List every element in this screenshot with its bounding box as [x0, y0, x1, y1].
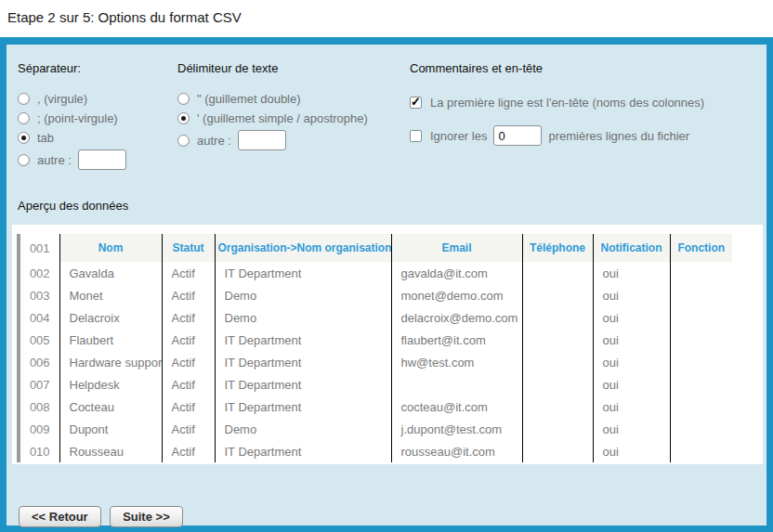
text_delimiter-option-1[interactable]: ' (guillemet simple / apostrophe)	[177, 110, 410, 125]
table-cell: rousseau@it.com	[391, 440, 522, 462]
table-cell	[670, 329, 734, 351]
first-line-header-option[interactable]: La première ligne est l'en-tête (noms de…	[410, 91, 757, 113]
radio-label: ' (guillemet simple / apostrophe)	[197, 111, 368, 125]
csv-options-panel: Séparateur: , (virgule); (point-virgule)…	[0, 37, 773, 532]
table-cell: oui	[593, 306, 670, 329]
table-cell: IT Department	[215, 396, 391, 418]
table-cell: gavalda@it.com	[391, 262, 522, 284]
text_delimiter-other-input[interactable]	[238, 130, 286, 150]
table-cell: Flaubert	[59, 329, 162, 351]
ignore-lines-option[interactable]: Ignorer les premières lignes du fichier	[410, 124, 757, 147]
data-preview-area: 001 NomStatutOrganisation->Nom organisat…	[12, 225, 763, 464]
table-cell: IT Department	[215, 262, 391, 284]
table-cell: Cocteau	[59, 396, 162, 418]
table-row: 010RousseauActifIT Departmentrousseau@it…	[19, 440, 734, 462]
column-header-3: Email	[391, 234, 522, 262]
table-cell: Rousseau	[59, 440, 162, 462]
data-preview-heading: Aperçu des données	[18, 199, 766, 213]
ignore-lines-checkbox[interactable]	[410, 130, 422, 142]
table-cell: Actif	[162, 306, 215, 329]
table-cell: Dupont	[59, 418, 162, 440]
table-cell: Actif	[162, 418, 215, 440]
table-cell: delacroix@demo.com	[391, 306, 522, 329]
table-cell	[670, 396, 734, 418]
table-row: 003MonetActifDemomonet@demo.comoui	[19, 284, 734, 306]
radio-icon[interactable]	[18, 112, 30, 124]
table-cell	[522, 351, 593, 373]
radio-label: autre :	[197, 134, 231, 148]
comments-header-heading: Commentaires et en-tête	[410, 61, 757, 75]
separator-radio-group: , (virgule); (point-virgule)tabautre :	[18, 91, 177, 170]
table-cell: monet@demo.com	[391, 284, 522, 306]
table-cell	[670, 373, 734, 396]
separator-option-1[interactable]: ; (point-virgule)	[18, 110, 177, 125]
text_delimiter-option-2[interactable]: autre :	[177, 130, 410, 150]
table-row: 006Hardware supportActifIT Departmenthw@…	[19, 351, 734, 373]
format-options: Séparateur: , (virgule); (point-virgule)…	[7, 45, 766, 175]
table-cell: oui	[593, 373, 670, 396]
table-cell: oui	[593, 440, 670, 462]
table-cell: oui	[593, 284, 670, 306]
column-header-5: Notification	[593, 234, 670, 262]
table-cell	[522, 373, 593, 396]
column-header-0: Nom	[59, 234, 162, 262]
table-row: 009DupontActifDemoj.dupont@test.comoui	[19, 418, 734, 440]
separator-option-0[interactable]: , (virgule)	[18, 91, 177, 106]
row-number: 010	[19, 440, 59, 462]
header-row-number: 001	[19, 234, 59, 262]
table-cell: Actif	[162, 284, 215, 306]
radio-icon[interactable]	[177, 112, 190, 124]
radio-icon[interactable]	[177, 135, 190, 147]
text_delimiter-option-0[interactable]: " (guillemet double)	[177, 91, 410, 106]
separator-option-2[interactable]: tab	[18, 130, 177, 145]
text-delimiter-radio-group: " (guillemet double)' (guillemet simple …	[177, 91, 410, 150]
table-cell: flaubert@it.com	[391, 329, 522, 351]
ignore-lines-label-before: Ignorer les	[430, 129, 487, 143]
table-cell	[522, 329, 593, 351]
table-cell	[670, 262, 734, 284]
next-button[interactable]: Suite >>	[110, 506, 183, 527]
separator-heading: Séparateur:	[18, 61, 177, 75]
back-button[interactable]: << Retour	[19, 506, 101, 527]
radio-icon[interactable]	[18, 132, 30, 144]
table-cell	[522, 306, 593, 329]
table-row: 004DelacroixActifDemodelacroix@demo.como…	[19, 306, 734, 329]
column-header-4: Téléphone	[522, 234, 593, 262]
table-cell: oui	[593, 351, 670, 373]
row-number: 006	[19, 351, 59, 373]
page-title: Etape 2 sur 5: Options du format CSV	[0, 0, 773, 37]
table-cell	[670, 351, 734, 373]
radio-label: , (virgule)	[37, 92, 87, 106]
separator-option-3[interactable]: autre :	[18, 149, 177, 170]
text-delimiter-heading: Délimiteur de texte	[177, 61, 410, 75]
table-cell: IT Department	[215, 440, 391, 462]
table-cell: Demo	[215, 306, 391, 329]
table-cell: Demo	[215, 418, 391, 440]
separator-section: Séparateur: , (virgule); (point-virgule)…	[18, 61, 177, 175]
table-cell	[670, 418, 734, 440]
radio-icon[interactable]	[18, 154, 30, 166]
radio-icon[interactable]	[18, 93, 30, 105]
radio-icon[interactable]	[177, 93, 190, 105]
table-cell: oui	[593, 262, 670, 284]
table-cell: oui	[593, 329, 670, 351]
ignore-lines-count-input[interactable]	[493, 125, 542, 146]
table-cell: IT Department	[215, 351, 391, 373]
table-cell: hw@test.com	[391, 351, 522, 373]
row-number: 002	[19, 262, 59, 284]
separator-other-input[interactable]	[78, 149, 126, 170]
table-cell: Delacroix	[59, 306, 162, 329]
table-cell: cocteau@it.com	[391, 396, 522, 418]
table-cell: IT Department	[215, 329, 391, 351]
comments-header-section: Commentaires et en-tête La première lign…	[410, 61, 757, 175]
table-cell: j.dupont@test.com	[391, 418, 522, 440]
table-cell	[391, 373, 522, 396]
column-header-1: Statut	[162, 234, 215, 262]
table-cell	[522, 396, 593, 418]
table-row: 005FlaubertActifIT Departmentflaubert@it…	[19, 329, 734, 351]
table-cell: oui	[593, 418, 670, 440]
table-cell	[522, 284, 593, 306]
table-cell	[670, 440, 734, 462]
table-row: 002GavaldaActifIT Departmentgavalda@it.c…	[19, 262, 734, 284]
first-line-header-checkbox[interactable]	[410, 97, 422, 109]
